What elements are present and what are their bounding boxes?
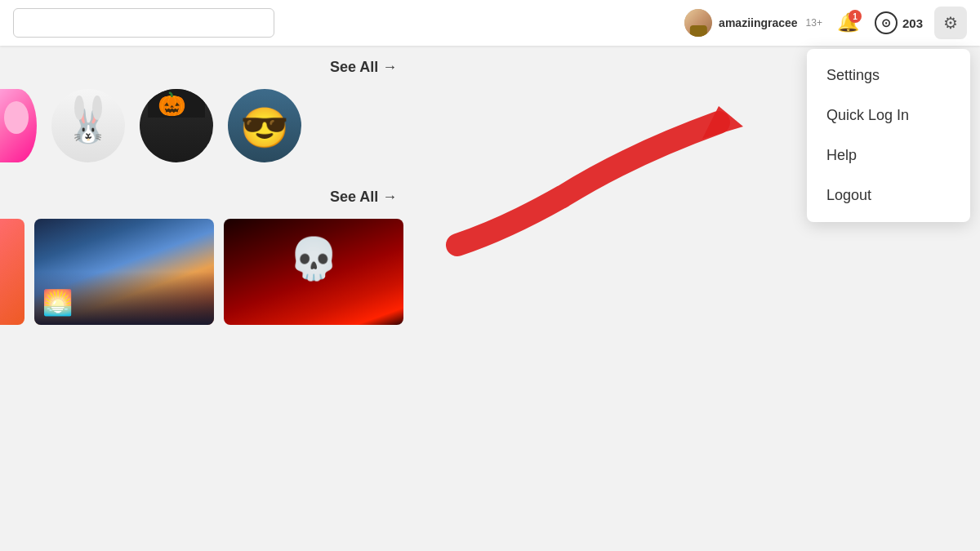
age-badge: 13+ — [806, 17, 822, 29]
avatar-1 — [0, 89, 37, 162]
avatar-4 — [228, 89, 301, 162]
header-left — [13, 8, 274, 38]
menu-item-logout[interactable]: Logout — [807, 176, 970, 216]
settings-button[interactable]: ⚙ — [934, 7, 967, 39]
game-thumb-1[interactable] — [34, 219, 214, 325]
menu-item-settings[interactable]: Settings — [807, 56, 970, 96]
avatar-2: 🐰 — [51, 89, 125, 162]
menu-item-help[interactable]: Help — [807, 136, 970, 176]
robux-container[interactable]: ⊙ 203 — [875, 11, 923, 34]
avatar — [684, 9, 712, 37]
games-row — [0, 216, 980, 328]
dropdown-menu: Settings Quick Log In Help Logout — [807, 49, 970, 222]
gear-icon: ⚙ — [943, 13, 958, 33]
game-thumb-0 — [0, 219, 24, 325]
robux-amount: 203 — [902, 16, 923, 30]
game-thumb-2[interactable] — [224, 219, 403, 325]
second-see-all-link[interactable]: See All → — [330, 189, 397, 206]
header-right: amaziingracee 13+ 🔔 1 ⊙ 203 ⚙ — [684, 7, 967, 39]
first-see-all-link[interactable]: See All → — [330, 59, 397, 76]
username-label: amaziingracee — [719, 16, 798, 29]
search-input[interactable] — [13, 8, 274, 38]
notification-button[interactable]: 🔔 1 — [834, 8, 863, 38]
user-profile[interactable]: amaziingracee 13+ — [684, 9, 822, 37]
notification-badge: 1 — [849, 10, 862, 23]
header: amaziingracee 13+ 🔔 1 ⊙ 203 ⚙ — [0, 0, 980, 46]
menu-item-quick-log-in[interactable]: Quick Log In — [807, 96, 970, 136]
avatar-image — [684, 9, 712, 37]
avatar-3 — [140, 89, 213, 162]
robux-icon: ⊙ — [875, 11, 898, 34]
